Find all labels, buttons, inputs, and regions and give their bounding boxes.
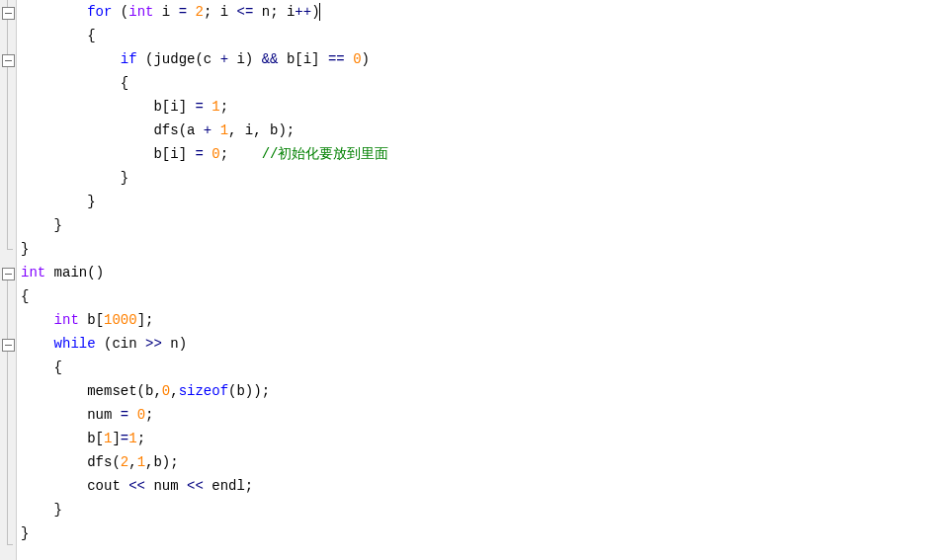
code-line[interactable]: } xyxy=(21,237,930,261)
code-line[interactable]: } xyxy=(21,498,930,521)
code-line[interactable]: int b[1000]; xyxy=(21,308,930,332)
code-line[interactable]: } xyxy=(21,213,930,237)
code-line[interactable]: } xyxy=(21,521,930,545)
code-line[interactable]: num = 0; xyxy=(21,403,930,427)
code-line[interactable]: { xyxy=(21,284,930,308)
fold-toggle-icon[interactable] xyxy=(2,268,15,280)
code-line[interactable]: { xyxy=(21,71,930,95)
code-line[interactable]: b[1]=1; xyxy=(21,427,930,450)
code-line[interactable]: dfs(a + 1, i, b); xyxy=(21,119,930,142)
code-line[interactable]: { xyxy=(21,356,930,379)
code-line[interactable]: int main() xyxy=(21,261,930,284)
code-line[interactable]: } xyxy=(21,166,930,190)
code-line[interactable]: while (cin >> n) xyxy=(21,332,930,356)
code-line[interactable]: { xyxy=(21,24,930,47)
fold-toggle-icon[interactable] xyxy=(2,339,15,352)
fold-toggle-icon[interactable] xyxy=(2,54,15,67)
code-line[interactable]: b[i] = 1; xyxy=(21,95,930,119)
code-editor[interactable]: for (int i = 2; i <= n; i++) { if (judge… xyxy=(0,0,930,560)
code-line[interactable]: for (int i = 2; i <= n; i++) xyxy=(21,0,930,24)
code-line[interactable]: cout << num << endl; xyxy=(21,474,930,498)
code-line[interactable]: if (judge(c + i) && b[i] == 0) xyxy=(21,47,930,71)
code-line[interactable]: memset(b,0,sizeof(b)); xyxy=(21,379,930,403)
code-area[interactable]: for (int i = 2; i <= n; i++) { if (judge… xyxy=(17,0,930,560)
code-line[interactable]: } xyxy=(21,190,930,213)
fold-toggle-icon[interactable] xyxy=(2,7,15,20)
code-line[interactable]: dfs(2,1,b); xyxy=(21,450,930,474)
fold-gutter xyxy=(0,0,17,560)
text-cursor xyxy=(319,3,320,21)
code-line[interactable]: b[i] = 0; //初始化要放到里面 xyxy=(21,142,930,166)
